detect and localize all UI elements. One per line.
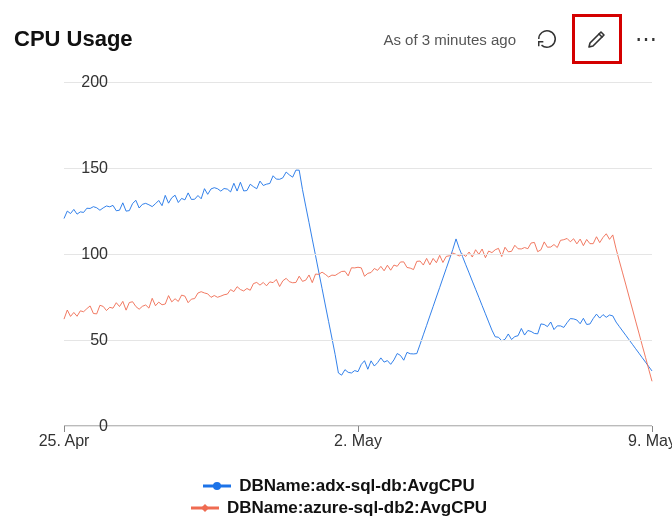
y-tick-label: 150 bbox=[68, 159, 108, 177]
gridline bbox=[64, 82, 652, 83]
svg-marker-3 bbox=[201, 504, 209, 512]
chart-legend: DBName:adx-sql-db:AvgCPU DBName:azure-sq… bbox=[14, 466, 664, 524]
legend-swatch-0 bbox=[203, 480, 231, 492]
series-line-0 bbox=[64, 170, 652, 375]
refresh-timestamp: As of 3 minutes ago bbox=[383, 31, 516, 48]
chart-header: CPU Usage As of 3 minutes ago ⋯ bbox=[14, 14, 664, 64]
y-tick-label: 50 bbox=[68, 331, 108, 349]
gridline bbox=[64, 340, 652, 341]
chart-title: CPU Usage bbox=[14, 26, 133, 52]
y-tick-label: 100 bbox=[68, 245, 108, 263]
edit-button-highlight bbox=[572, 14, 622, 64]
legend-swatch-1 bbox=[191, 502, 219, 514]
refresh-button[interactable] bbox=[530, 22, 564, 56]
refresh-icon bbox=[536, 28, 558, 50]
ellipsis-icon: ⋯ bbox=[635, 26, 659, 51]
x-tick-label: 2. May bbox=[334, 432, 382, 450]
legend-label-0: DBName:adx-sql-db:AvgCPU bbox=[239, 476, 475, 496]
chart-plot[interactable]: 05010015020025. Apr2. May9. May bbox=[64, 82, 652, 426]
edit-button[interactable] bbox=[580, 22, 614, 56]
legend-label-1: DBName:azure-sql-db2:AvgCPU bbox=[227, 498, 487, 518]
series-line-1 bbox=[64, 234, 652, 382]
legend-item-0[interactable]: DBName:adx-sql-db:AvgCPU bbox=[203, 476, 475, 496]
more-options-button[interactable]: ⋯ bbox=[630, 26, 664, 52]
pencil-icon bbox=[585, 27, 609, 51]
x-tick-label: 25. Apr bbox=[39, 432, 90, 450]
legend-item-1[interactable]: DBName:azure-sql-db2:AvgCPU bbox=[191, 498, 487, 518]
gridline bbox=[64, 168, 652, 169]
x-tick-label: 9. May bbox=[628, 432, 672, 450]
svg-point-1 bbox=[213, 482, 221, 490]
gridline bbox=[64, 254, 652, 255]
chart-area: 05010015020025. Apr2. May9. May bbox=[14, 72, 664, 466]
y-tick-label: 200 bbox=[68, 73, 108, 91]
